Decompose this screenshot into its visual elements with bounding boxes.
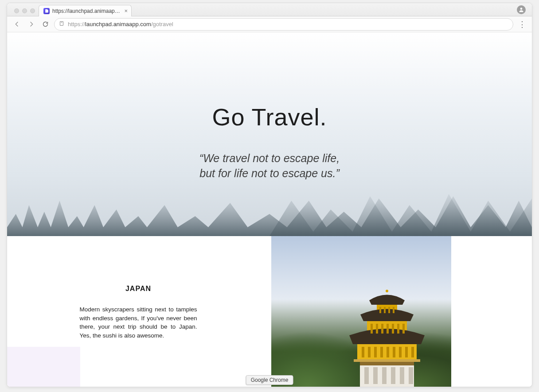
address-bar[interactable]: https://launchpad.animaapp.com/gotravel	[54, 18, 513, 31]
svg-rect-18	[392, 324, 394, 334]
destination-photo	[271, 236, 451, 387]
svg-rect-35	[409, 367, 413, 384]
destination-image-column	[270, 236, 451, 387]
svg-rect-33	[391, 367, 395, 384]
svg-rect-22	[368, 347, 371, 357]
decorative-strip	[7, 347, 80, 387]
reload-button[interactable]	[40, 19, 51, 30]
svg-rect-23	[374, 347, 377, 357]
forward-button[interactable]	[26, 19, 36, 30]
hero-title: Go Travel.	[7, 32, 532, 131]
svg-rect-24	[380, 347, 383, 357]
destination-text-column: JAPAN Modern skyscrapers sitting next to…	[7, 236, 270, 387]
svg-rect-13	[393, 307, 394, 313]
svg-point-9	[386, 290, 388, 292]
url-path: /gotravel	[151, 21, 173, 27]
tab-close-button[interactable]: ×	[124, 8, 128, 14]
window-minimize-button[interactable]	[22, 8, 27, 13]
browser-toolbar: https://launchpad.animaapp.com/gotravel …	[7, 16, 532, 32]
window-close-button[interactable]	[14, 8, 19, 13]
svg-rect-17	[387, 324, 389, 334]
window-maximize-button[interactable]	[30, 8, 35, 13]
hero-quote-line1: “We travel not to escape life,	[7, 151, 532, 166]
svg-rect-14	[371, 324, 373, 334]
url-text: https://launchpad.animaapp.com/gotravel	[68, 21, 173, 27]
svg-rect-10	[379, 307, 381, 313]
svg-rect-31	[373, 367, 378, 384]
svg-rect-25	[387, 347, 389, 357]
svg-rect-19	[397, 324, 399, 334]
hero-quote-line2: but for life not to escape us.”	[7, 166, 532, 181]
svg-rect-21	[362, 347, 364, 357]
back-button[interactable]	[12, 19, 22, 30]
svg-rect-6	[354, 359, 420, 362]
svg-rect-16	[381, 324, 383, 334]
tab-strip: https://launchpad.animaapp.co ×	[7, 3, 532, 16]
svg-rect-1	[60, 22, 63, 26]
tab-favicon-icon	[43, 8, 50, 14]
window-controls	[12, 8, 39, 16]
svg-rect-12	[388, 307, 390, 313]
destination-text-block: JAPAN Modern skyscrapers sitting next to…	[80, 285, 197, 340]
svg-rect-30	[364, 367, 369, 384]
url-prefix: https://	[68, 21, 85, 27]
destination-body: Modern skyscrapers sitting next to tampl…	[80, 305, 197, 340]
page-info-icon[interactable]	[59, 20, 64, 28]
browser-menu-button[interactable]: ⋮	[517, 19, 527, 29]
hero-quote: “We travel not to escape life, but for l…	[7, 151, 532, 181]
browser-window: https://launchpad.animaapp.co × https://…	[7, 3, 532, 387]
destination-section: JAPAN Modern skyscrapers sitting next to…	[7, 236, 532, 387]
dock-tooltip: Google Chrome	[246, 375, 293, 385]
svg-rect-15	[376, 324, 378, 334]
tab-title: https://launchpad.animaapp.co	[52, 8, 121, 14]
hero-section: Go Travel. “We travel not to escape life…	[7, 32, 532, 236]
svg-rect-34	[400, 367, 404, 384]
url-host: launchpad.animaapp.com	[85, 21, 151, 27]
svg-rect-29	[411, 347, 414, 357]
hero-forest-illustration	[7, 174, 532, 236]
svg-point-0	[520, 8, 523, 10]
browser-tab[interactable]: https://launchpad.animaapp.co ×	[39, 5, 132, 16]
svg-rect-27	[399, 347, 402, 357]
svg-rect-11	[384, 307, 386, 313]
svg-rect-8	[360, 362, 414, 365]
destination-heading: JAPAN	[80, 285, 197, 293]
svg-rect-20	[402, 324, 405, 334]
svg-rect-28	[405, 347, 408, 357]
svg-rect-32	[382, 367, 387, 384]
page-viewport[interactable]: Go Travel. “We travel not to escape life…	[7, 32, 532, 387]
svg-rect-26	[393, 347, 395, 357]
profile-button[interactable]	[517, 5, 526, 14]
temple-illustration	[336, 285, 438, 387]
